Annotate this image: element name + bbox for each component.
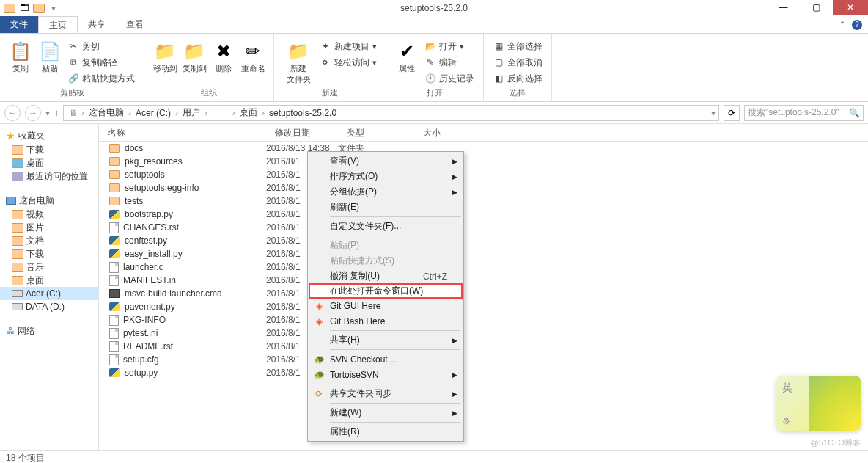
copy-button[interactable]: 📋复制	[6, 38, 35, 76]
history-button[interactable]: 🕘历史记录	[422, 70, 477, 87]
sidebar-item-downloads[interactable]: 下载	[0, 143, 98, 156]
rename-button[interactable]: ✏重命名	[238, 38, 268, 76]
context-menu-item[interactable]: Git Bash Here◈	[309, 313, 462, 329]
breadcrumb[interactable]: 🖥 › 这台电脑› Acer (C:)› 用户› › 桌面› setuptool…	[63, 105, 719, 121]
recent-dropdown-icon[interactable]: ▾	[45, 108, 50, 118]
moveto-button[interactable]: 📁移动到	[150, 38, 180, 76]
file-name: bootstrap.py	[125, 209, 173, 219]
context-menu-item[interactable]: 查看(V)▶	[309, 153, 462, 169]
selectnone-button[interactable]: ▢全部取消	[490, 54, 545, 70]
context-menu-item[interactable]: Git GUI Here◈	[309, 298, 462, 313]
maximize-button[interactable]: ▢	[800, 0, 833, 15]
file-row[interactable]: setuptools2016/8/1	[99, 168, 868, 181]
context-menu-item[interactable]: 刷新(E)	[309, 200, 462, 215]
context-menu-item[interactable]: 自定义文件夹(F)...	[309, 219, 462, 234]
status-bar: 18 个项目	[0, 450, 868, 463]
sidebar-favorites[interactable]: ★收藏夹	[0, 128, 98, 143]
sidebar-item-music[interactable]: 音乐	[0, 260, 98, 274]
edit-button[interactable]: ✎编辑	[422, 54, 477, 70]
py-icon	[109, 302, 120, 311]
copypath-button[interactable]: ⧉复制路径	[65, 54, 138, 70]
context-menu-item[interactable]: 共享文件夹同步▶⟳	[309, 386, 462, 401]
file-row[interactable]: bootstrap.py2016/8/1	[99, 208, 868, 221]
column-headers[interactable]: 名称 修改日期 类型 大小	[99, 124, 868, 142]
context-menu-item[interactable]: 属性(R)	[309, 424, 462, 440]
file-name: setuptools	[125, 169, 165, 180]
file-row[interactable]: docs2016/8/13 14:38文件夹	[99, 142, 868, 155]
easyaccess-button[interactable]: ⭘轻松访问 ▾	[317, 54, 380, 70]
file-row[interactable]: pytest.ini2016/8/1	[99, 327, 868, 340]
file-list[interactable]: 名称 修改日期 类型 大小 docs2016/8/13 14:38文件夹pkg_…	[99, 124, 868, 450]
tab-home[interactable]: 主页	[38, 16, 78, 33]
selectall-button[interactable]: ▦全部选择	[490, 38, 545, 54]
delete-button[interactable]: ✖删除	[209, 38, 238, 76]
search-input[interactable]: 搜索"setuptools-25.2.0" 🔍	[744, 105, 864, 121]
context-menu-item[interactable]: 在此处打开命令窗口(W)	[309, 283, 463, 299]
open-button[interactable]: 📂打开 ▾	[422, 38, 477, 54]
sidebar-item-d-drive[interactable]: DATA (D:)	[0, 300, 98, 313]
context-menu-item[interactable]: 撤消 复制(U)Ctrl+Z	[309, 269, 462, 284]
refresh-button[interactable]: ⟳	[724, 105, 740, 121]
tab-view[interactable]: 查看	[116, 16, 154, 33]
sidebar-thispc[interactable]: 这台电脑	[0, 193, 98, 208]
copyto-button[interactable]: 📁复制到	[180, 38, 209, 76]
file-row[interactable]: MANIFEST.in2016/8/1	[99, 274, 868, 287]
sidebar-item-pictures[interactable]: 图片	[0, 221, 98, 234]
sidebar-network[interactable]: 🖧网络	[0, 324, 98, 338]
sidebar-item-downloads2[interactable]: 下载	[0, 247, 98, 260]
context-menu-item[interactable]: 新建(W)▶	[309, 405, 462, 420]
qat-dropdown-icon[interactable]: ▾	[47, 1, 60, 15]
context-menu-item[interactable]: 分组依据(P)▶	[309, 184, 462, 200]
py-icon	[109, 236, 120, 245]
file-row[interactable]: tests2016/8/1	[99, 194, 868, 208]
sidebar-item-desktop[interactable]: 桌面	[0, 156, 98, 169]
py-icon	[109, 368, 120, 377]
context-menu-item[interactable]: SVN Checkout...🐢	[309, 351, 462, 367]
file-row[interactable]: conftest.py2016/8/1	[99, 234, 868, 247]
gear-icon[interactable]: ⚙	[782, 416, 790, 426]
file-name: pytest.ini	[123, 328, 158, 338]
file-row[interactable]: README.rst2016/8/1	[99, 340, 868, 353]
sidebar-item-documents[interactable]: 文档	[0, 234, 98, 247]
forward-button[interactable]: →	[25, 105, 41, 121]
col-date: 修改日期	[266, 124, 338, 141]
paste-button[interactable]: 📄粘贴	[35, 38, 65, 76]
group-clipboard-label: 剪贴板	[6, 87, 138, 100]
sidebar-item-video[interactable]: 视频	[0, 208, 98, 221]
qat-newfolder-icon[interactable]	[32, 1, 45, 15]
col-type: 类型	[338, 124, 414, 141]
file-row[interactable]: CHANGES.rst2016/8/1	[99, 221, 868, 234]
context-menu-item: 粘贴(P)	[309, 238, 462, 253]
file-row[interactable]: setup.py2016/8/1	[99, 366, 868, 379]
up-button[interactable]: ↑	[54, 108, 59, 118]
file-row[interactable]: pavement.py2016/8/1	[99, 300, 868, 313]
ime-floater[interactable]: 英 ⚙	[776, 376, 861, 431]
tab-file[interactable]: 文件	[0, 16, 38, 33]
context-menu-item[interactable]: 共享(H)▶	[309, 332, 462, 348]
properties-button[interactable]: ✔属性	[392, 38, 422, 76]
back-button[interactable]: ←	[4, 105, 21, 121]
newfolder-button[interactable]: 📁新建 文件夹	[280, 38, 317, 87]
file-row[interactable]: easy_install.py2016/8/1	[99, 247, 868, 260]
file-row[interactable]: launcher.c2016/8/1	[99, 260, 868, 274]
newitem-button[interactable]: ✦新建项目 ▾	[317, 38, 380, 54]
help-icon[interactable]: ?	[852, 20, 862, 30]
context-menu-item[interactable]: TortoiseSVN▶🐢	[309, 367, 462, 382]
pasteshortcut-button[interactable]: 🔗粘贴快捷方式	[65, 70, 138, 87]
file-row[interactable]: setuptools.egg-info2016/8/1	[99, 181, 868, 194]
file-row[interactable]: setup.cfg2016/8/1	[99, 353, 868, 366]
qat-properties-icon[interactable]: 🗔	[18, 1, 31, 15]
collapse-ribbon-icon[interactable]: ⌃	[839, 20, 846, 30]
sidebar-item-desktop2[interactable]: 桌面	[0, 274, 98, 287]
sidebar-item-recent[interactable]: 最近访问的位置	[0, 169, 98, 183]
invert-button[interactable]: ◧反向选择	[490, 70, 545, 87]
file-row[interactable]: msvc-build-launcher.cmd2016/8/1	[99, 287, 868, 300]
context-menu-item[interactable]: 排序方式(O)▶	[309, 169, 462, 184]
close-button[interactable]: ✕	[833, 0, 868, 15]
tab-share[interactable]: 共享	[78, 16, 116, 33]
file-row[interactable]: pkg_resources2016/8/1	[99, 155, 868, 168]
sidebar-item-c-drive[interactable]: Acer (C:)	[0, 287, 98, 300]
minimize-button[interactable]: —	[767, 0, 800, 15]
cut-button[interactable]: ✂剪切	[65, 38, 138, 54]
file-row[interactable]: PKG-INFO2016/8/1	[99, 313, 868, 327]
